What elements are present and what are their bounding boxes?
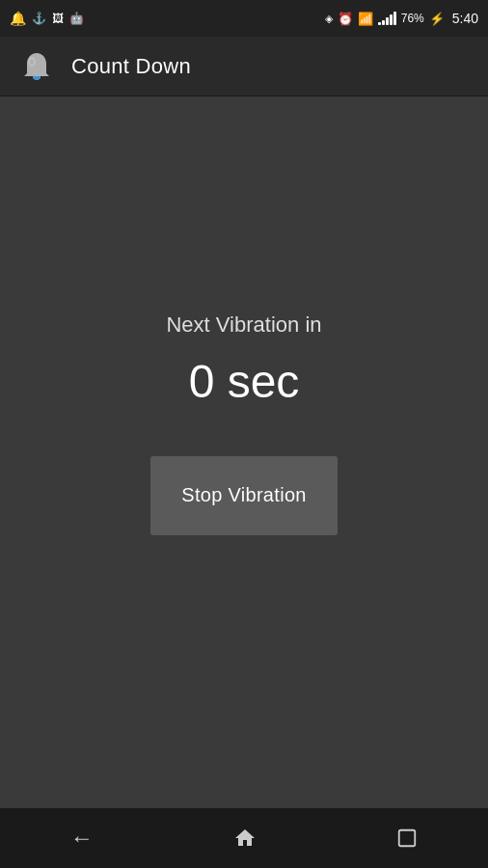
recents-button[interactable]: [377, 818, 437, 858]
status-time: 5:40: [452, 11, 478, 26]
nfc-icon: ◈: [325, 13, 333, 25]
status-bar: 🔔 ⚓ 🖼 🤖 ◈ ⏰ 📶 76% ⚡ 5:40: [0, 0, 488, 37]
signal-icon: [378, 12, 396, 25]
svg-point-1: [33, 76, 41, 79]
app-title: Count Down: [71, 54, 191, 79]
nav-bar: ←: [0, 808, 488, 868]
battery-percent: 76%: [401, 12, 424, 25]
vibration-timer: 0 sec: [189, 355, 300, 408]
app-bar: Count Down: [0, 37, 488, 96]
back-button[interactable]: ←: [51, 815, 113, 861]
alarm-icon: ⏰: [338, 12, 353, 26]
home-button[interactable]: [214, 817, 276, 859]
status-bar-left: 🔔 ⚓ 🖼 🤖: [10, 11, 84, 26]
wifi-icon: 📶: [358, 12, 373, 26]
notification-icon-1: 🔔: [10, 11, 26, 26]
app-icon: [15, 45, 58, 88]
notification-icon-2: ⚓: [32, 12, 46, 25]
notification-icon-3: 🖼: [52, 12, 64, 25]
status-bar-right: ◈ ⏰ 📶 76% ⚡ 5:40: [325, 11, 478, 26]
charging-icon: ⚡: [429, 12, 445, 26]
main-content: Next Vibration in 0 sec Stop Vibration: [0, 96, 488, 808]
svg-rect-2: [399, 830, 416, 847]
stop-vibration-button[interactable]: Stop Vibration: [150, 456, 338, 535]
notification-icon-4: 🤖: [69, 12, 84, 25]
vibration-label: Next Vibration in: [166, 312, 321, 338]
